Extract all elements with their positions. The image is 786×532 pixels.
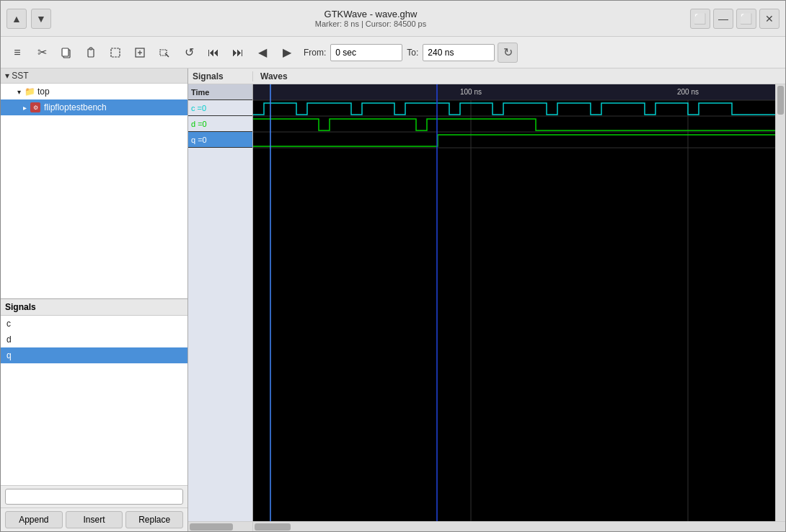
right-scrollbar-thumb[interactable] [255, 523, 291, 531]
q-row-label: q =0 [188, 132, 252, 148]
paste-button[interactable] [80, 42, 102, 63]
next-button[interactable]: ▶ [276, 42, 298, 63]
titlebar-center: GTKWave - wave.ghw Marker: 8 ns | Cursor… [315, 9, 426, 28]
close-button[interactable]: ✕ [759, 9, 780, 29]
search-wrapper: 🔍 [5, 489, 183, 505]
zoom-select-button[interactable] [154, 42, 175, 63]
tree-item-label-ftb: flipfloptestbench [44, 102, 107, 112]
time-row-label: Time [188, 84, 252, 100]
folder-icon-top: 📁 [25, 87, 35, 97]
signals-header: Signals [1, 299, 187, 316]
vertical-scrollbar[interactable] [775, 84, 785, 521]
waves-column-header: Waves [253, 71, 288, 81]
main-window: ▲ ▼ GTKWave - wave.ghw Marker: 8 ns | Cu… [0, 0, 786, 532]
prev-button[interactable]: ◀ [252, 42, 273, 63]
undo-button[interactable]: ↺ [178, 42, 200, 63]
waves-header: Signals Waves [188, 68, 785, 84]
signal-item-c[interactable]: c [1, 316, 187, 332]
signal-item-d[interactable]: d [1, 332, 187, 347]
search-area: 🔍 [1, 485, 187, 507]
select-all-button[interactable] [105, 42, 126, 63]
refresh-button[interactable]: ↻ [498, 43, 518, 63]
expand-icon-top: ▾ [17, 88, 21, 96]
waveform-canvas [253, 84, 775, 521]
vert-scrollbar-thumb[interactable] [777, 86, 784, 115]
to-label: To: [407, 48, 418, 58]
arrow-up-button[interactable]: ▲ [6, 9, 27, 29]
signals-column-header: Signals [188, 71, 253, 81]
main-content: ▾ SST ▾ 📁 top ▸ ⚙ flipfloptestbench [1, 68, 785, 531]
bottom-scrollbars [188, 521, 785, 531]
svg-rect-8 [160, 50, 167, 56]
signal-item-q[interactable]: q [1, 347, 187, 363]
maximize-button[interactable]: ⬜ [736, 9, 756, 29]
titlebar-right: ⬜ — ⬜ ✕ [690, 9, 780, 29]
waves-body: Time c =0 d =0 q =0 [188, 84, 785, 521]
svg-rect-4 [111, 48, 120, 57]
svg-rect-2 [88, 49, 94, 57]
sst-label: SST [12, 71, 28, 81]
sst-area: ▾ SST ▾ 📁 top ▸ ⚙ flipfloptestbench [1, 68, 187, 299]
copy-button[interactable] [56, 42, 77, 63]
window-subtitle: Marker: 8 ns | Cursor: 84500 ps [315, 19, 426, 28]
toolbar: ≡ ✂ ↺ ⏮ ⏭ ◀ ▶ From: To: ↻ [1, 37, 785, 68]
restore-button[interactable]: ⬜ [690, 9, 710, 29]
d-row-label: d =0 [188, 116, 252, 132]
signals-section: Signals c d q 🔍 Append Insert Replace [1, 299, 187, 531]
from-input[interactable] [330, 44, 402, 61]
titlebar: ▲ ▼ GTKWave - wave.ghw Marker: 8 ns | Cu… [1, 1, 785, 37]
expand-icon-ftb: ▸ [23, 104, 27, 112]
right-panel: Signals Waves Time c =0 d =0 q =0 [188, 68, 785, 531]
time-range: From: To: [304, 44, 495, 61]
signals-list[interactable]: c d q [1, 316, 187, 485]
sst-tree[interactable]: ▾ 📁 top ▸ ⚙ flipfloptestbench [1, 84, 187, 298]
window-title: GTKWave - wave.ghw [324, 9, 418, 19]
to-input[interactable] [423, 44, 495, 61]
left-panel: ▾ SST ▾ 📁 top ▸ ⚙ flipfloptestbench [1, 68, 188, 531]
insert-button[interactable]: Insert [66, 511, 123, 528]
left-scrollbar-thumb[interactable] [190, 523, 233, 531]
svg-rect-1 [62, 48, 69, 56]
minimize-button[interactable]: — [713, 9, 733, 29]
arrow-down-button[interactable]: ▼ [31, 9, 51, 29]
sst-header: ▾ SST [1, 68, 187, 84]
action-buttons: Append Insert Replace [1, 507, 187, 531]
svg-rect-3 [89, 48, 92, 50]
signal-names-col: Time c =0 d =0 q =0 [188, 84, 253, 521]
append-button[interactable]: Append [5, 511, 63, 528]
cut-button[interactable]: ✂ [31, 42, 53, 63]
replace-button[interactable]: Replace [125, 511, 183, 528]
chip-icon-ftb: ⚙ [30, 102, 40, 112]
left-scrollbar[interactable] [188, 522, 253, 531]
first-button[interactable]: ⏮ [203, 42, 224, 63]
search-input[interactable] [5, 489, 183, 505]
tree-item-flipfloptestbench[interactable]: ▸ ⚙ flipfloptestbench [1, 99, 187, 115]
c-row-label: c =0 [188, 100, 252, 116]
from-label: From: [304, 48, 326, 58]
waveform-area[interactable] [253, 84, 775, 521]
titlebar-left: ▲ ▼ [6, 9, 51, 29]
last-button[interactable]: ⏭ [227, 42, 249, 63]
tree-item-top[interactable]: ▾ 📁 top [1, 84, 187, 99]
menu-button[interactable]: ≡ [6, 42, 28, 63]
right-scrollbar[interactable] [253, 522, 785, 531]
tree-item-label-top: top [37, 87, 50, 97]
zoom-fit-button[interactable] [129, 42, 151, 63]
